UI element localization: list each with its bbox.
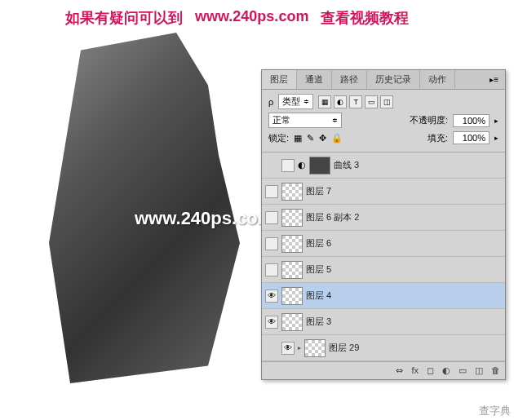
layer-row[interactable]: 👁 图层 4 <box>262 283 505 309</box>
new-layer-icon[interactable]: ◫ <box>475 365 483 376</box>
banner-url: www.240ps.com <box>195 8 308 28</box>
layer-row[interactable]: 图层 6 <box>262 231 505 257</box>
kind-dropdown[interactable]: 类型 ≑ <box>278 94 313 109</box>
expand-arrow-icon[interactable]: ▸ <box>298 344 301 351</box>
adjustment-icon: ◐ <box>298 160 306 170</box>
filter-adjust-icon[interactable]: ◐ <box>334 95 347 108</box>
tab-actions[interactable]: 动作 <box>420 70 455 89</box>
layer-name-label[interactable]: 图层 6 副本 2 <box>306 211 359 223</box>
visibility-toggle[interactable] <box>265 263 278 276</box>
mask-icon[interactable]: ◻ <box>427 365 434 376</box>
opacity-label: 不透明度: <box>410 114 448 126</box>
layer-row[interactable]: ◐ 曲线 3 <box>262 153 505 179</box>
layer-thumb[interactable] <box>281 209 303 227</box>
tab-channels[interactable]: 通道 <box>297 70 332 89</box>
chevron-icon[interactable]: ▸ <box>494 117 498 125</box>
blend-mode-dropdown[interactable]: 正常 ≑ <box>268 113 342 128</box>
lock-brush-icon[interactable]: ✎ <box>307 133 314 144</box>
layer-name-label[interactable]: 图层 3 <box>306 316 331 328</box>
banner-text-1: 如果有疑问可以到 <box>65 8 183 28</box>
chevron-icon[interactable]: ▸ <box>494 134 498 142</box>
panel-footer: ⇔ fx ◻ ◐ ▭ ◫ 🗑 <box>262 361 505 379</box>
filter-shape-icon[interactable]: ▭ <box>365 95 378 108</box>
fill-label: 填充: <box>428 132 448 144</box>
layer-thumb[interactable] <box>281 183 303 201</box>
filter-type-icon[interactable]: T <box>349 95 362 108</box>
tab-history[interactable]: 历史记录 <box>367 70 420 89</box>
filter-pixel-icon[interactable]: ▦ <box>318 95 331 108</box>
layer-name-label[interactable]: 图层 7 <box>306 185 331 197</box>
link-layers-icon[interactable]: ⇔ <box>396 365 403 376</box>
center-watermark: www.240ps.com <box>135 208 273 229</box>
opacity-input[interactable]: 100% <box>453 114 490 127</box>
tab-layers[interactable]: 图层 <box>262 70 297 89</box>
layer-row[interactable]: 图层 6 副本 2 <box>262 205 505 231</box>
group-icon[interactable]: ▭ <box>459 365 467 376</box>
layer-row[interactable]: 👁 ▸ 图层 29 <box>262 335 505 361</box>
filter-smart-icon[interactable]: ◫ <box>380 95 393 108</box>
lock-label: 锁定: <box>268 132 289 144</box>
blend-mode-value: 正常 <box>273 114 290 126</box>
layer-thumb[interactable] <box>304 339 326 357</box>
lock-icons: ▦ ✎ ✥ 🔒 <box>294 133 343 144</box>
layer-name-label[interactable]: 曲线 3 <box>334 159 359 171</box>
visibility-toggle[interactable] <box>265 211 278 224</box>
visibility-toggle[interactable] <box>265 185 278 198</box>
fx-icon[interactable]: fx <box>411 365 419 376</box>
visibility-toggle[interactable] <box>281 159 295 172</box>
banner-text-2: 查看视频教程 <box>321 8 409 28</box>
layer-name-label[interactable]: 图层 4 <box>306 290 331 302</box>
visibility-toggle[interactable]: 👁 <box>281 342 295 355</box>
adjustment-layer-icon[interactable]: ◐ <box>442 365 450 376</box>
layer-row[interactable]: 图层 5 <box>262 257 505 283</box>
panel-menu-icon[interactable]: ▸≡ <box>483 73 505 86</box>
filter-icons: ▦ ◐ T ▭ ◫ <box>318 95 393 108</box>
opacity-value: 100% <box>463 116 485 126</box>
layer-name-label[interactable]: 图层 5 <box>306 263 331 276</box>
layer-thumb[interactable] <box>281 235 303 253</box>
tab-paths[interactable]: 路径 <box>332 70 367 89</box>
layers-panel: 图层 通道 路径 历史记录 动作 ▸≡ ρ 类型 ≑ ▦ ◐ T ▭ ◫ 正常 … <box>261 69 506 380</box>
panel-tabs: 图层 通道 路径 历史记录 动作 ▸≡ <box>262 70 505 90</box>
layer-thumb[interactable] <box>281 287 303 305</box>
layer-name-label[interactable]: 图层 29 <box>329 342 359 354</box>
layer-row[interactable]: 👁 图层 3 <box>262 309 505 335</box>
visibility-toggle[interactable] <box>265 237 278 250</box>
lock-all-icon[interactable]: 🔒 <box>331 133 343 144</box>
panel-controls: ρ 类型 ≑ ▦ ◐ T ▭ ◫ 正常 ≑ 不透明度: 100% ▸ <box>262 90 505 153</box>
kind-label-icon: ρ <box>268 97 273 107</box>
top-banner: 如果有疑问可以到 www.240ps.com 查看视频教程 <box>65 8 409 28</box>
chevron-down-icon: ≑ <box>304 98 309 105</box>
layer-thumb[interactable] <box>281 313 303 331</box>
layer-row[interactable]: 图层 7 <box>262 179 505 205</box>
kind-label: 类型 <box>282 95 300 108</box>
layer-list: ◐ 曲线 3 图层 7 图层 6 副本 2 图层 6 图层 5 👁 图层 <box>262 153 505 361</box>
chevron-down-icon: ≑ <box>332 117 338 124</box>
bottom-watermark: 查字典 <box>479 404 511 418</box>
lock-move-icon[interactable]: ✥ <box>319 133 326 144</box>
delete-layer-icon[interactable]: 🗑 <box>491 365 500 376</box>
visibility-toggle[interactable]: 👁 <box>265 290 278 303</box>
visibility-toggle[interactable]: 👁 <box>265 316 278 329</box>
layer-name-label[interactable]: 图层 6 <box>306 237 331 250</box>
fill-input[interactable]: 100% <box>453 131 490 144</box>
fill-value: 100% <box>463 133 485 143</box>
layer-thumb[interactable] <box>281 261 303 279</box>
layer-mask-thumb[interactable] <box>309 157 330 175</box>
lock-transparency-icon[interactable]: ▦ <box>294 133 302 144</box>
